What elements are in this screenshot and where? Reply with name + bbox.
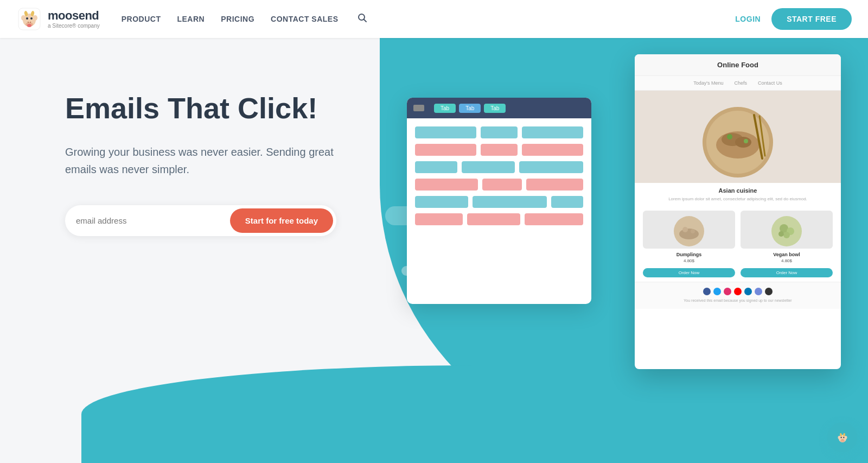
svg-point-37 — [841, 439, 842, 440]
svg-point-25 — [682, 227, 688, 232]
chat-bubble[interactable] — [827, 422, 857, 452]
email-nav-item-1: Today's Menu — [693, 80, 723, 86]
twitter-icon — [713, 288, 721, 295]
chat-icon — [835, 430, 850, 445]
svg-point-6 — [30, 22, 31, 23]
logo-name: moosend — [48, 9, 100, 22]
product-name-2: Vegan bowl — [741, 252, 833, 257]
email-title: Online Food — [635, 54, 841, 76]
svg-point-11 — [27, 24, 31, 27]
svg-point-21 — [727, 134, 732, 139]
builder-tab-2: Tab — [459, 104, 481, 113]
svg-point-31 — [778, 231, 784, 237]
login-button[interactable]: LOGIN — [735, 15, 761, 23]
email-product-2: Vegan bowl 4.80$ Order Now — [741, 211, 833, 277]
nav-product[interactable]: PRODUCT — [122, 15, 161, 23]
nav-pricing[interactable]: PRICING — [221, 15, 254, 23]
svg-point-34 — [840, 439, 845, 442]
svg-point-26 — [691, 229, 695, 233]
nav-contact-sales[interactable]: CONTACT SALES — [271, 15, 338, 23]
email-nav: Today's Menu Chefs Contact Us — [635, 76, 841, 91]
product-price-2: 4.80$ — [741, 258, 833, 263]
product-image-1 — [643, 211, 735, 249]
email-products: Dumplings 4.80$ Order Now — [635, 206, 841, 282]
email-nav-item-2: Chefs — [735, 80, 748, 86]
svg-point-22 — [744, 139, 748, 143]
svg-line-13 — [363, 19, 366, 22]
svg-point-39 — [838, 436, 840, 439]
svg-point-18 — [735, 137, 751, 148]
email-section-title: Asian cuisine — [635, 183, 841, 196]
svg-point-35 — [840, 436, 841, 437]
logo[interactable]: moosend a Sitecore® company — [16, 6, 100, 32]
email-input[interactable] — [76, 211, 230, 231]
svg-point-3 — [26, 17, 28, 20]
social-icons — [643, 288, 833, 295]
facebook-icon — [703, 288, 711, 295]
email-section-desc: Lorem ipsum dolor sit amet, consectetur … — [635, 196, 841, 206]
email-template-mockup: Online Food Today's Menu Chefs Contact U… — [635, 54, 841, 369]
builder-header: Tab Tab Tab — [407, 98, 591, 118]
logo-icon — [16, 6, 42, 32]
email-nav-item-3: Contact Us — [758, 80, 782, 86]
builder-tab-1: Tab — [434, 104, 456, 113]
start-free-button[interactable]: START FREE — [771, 8, 852, 30]
email-form: Start for free today — [65, 205, 336, 236]
email-footer: You received this email because you sign… — [635, 282, 841, 309]
svg-point-4 — [30, 17, 33, 20]
hero-subtitle: Growing your business was never easier. … — [65, 143, 347, 178]
hero-title: Emails That Click! — [65, 92, 347, 124]
github-icon — [765, 288, 773, 295]
nav-learn[interactable]: LEARN — [177, 15, 205, 23]
svg-point-30 — [783, 232, 790, 238]
linkedin-icon — [744, 288, 752, 295]
discord-icon — [755, 288, 762, 295]
logo-subtitle: a Sitecore® company — [48, 23, 100, 29]
hero-content: Emails That Click! Growing your business… — [0, 38, 347, 236]
email-hero-image — [635, 91, 841, 183]
search-icon[interactable] — [358, 13, 367, 26]
youtube-icon — [734, 288, 742, 295]
builder-body — [407, 118, 591, 239]
mockup-area: Tab Tab Tab — [407, 54, 841, 407]
product-name-1: Dumplings — [643, 252, 735, 257]
order-button-2[interactable]: Order Now — [741, 268, 833, 277]
svg-point-8 — [33, 15, 37, 21]
instagram-icon — [724, 288, 731, 295]
builder-tab-3: Tab — [484, 104, 506, 113]
window-close-icon — [413, 105, 424, 111]
cta-button[interactable]: Start for free today — [230, 208, 333, 233]
svg-point-5 — [28, 22, 29, 23]
food-illustration — [684, 93, 792, 180]
product-image-2 — [741, 211, 833, 249]
email-product-1: Dumplings 4.80$ Order Now — [643, 211, 735, 277]
footer-text: You received this email because you sign… — [643, 298, 833, 303]
builder-tabs: Tab Tab Tab — [434, 104, 506, 113]
order-button-1[interactable]: Order Now — [643, 268, 735, 277]
hero-section: Emails That Click! Growing your business… — [0, 0, 868, 463]
navbar: moosend a Sitecore® company PRODUCT LEAR… — [0, 0, 868, 38]
email-builder-mockup: Tab Tab Tab — [407, 98, 591, 304]
svg-point-38 — [843, 439, 843, 440]
nav-links: PRODUCT LEARN PRICING CONTACT SALES — [122, 13, 736, 26]
svg-point-24 — [679, 229, 699, 239]
svg-point-40 — [844, 436, 847, 439]
svg-point-7 — [21, 15, 25, 21]
nav-right: LOGIN START FREE — [735, 8, 852, 30]
product-price-1: 4.80$ — [643, 258, 735, 263]
svg-point-36 — [843, 436, 844, 437]
